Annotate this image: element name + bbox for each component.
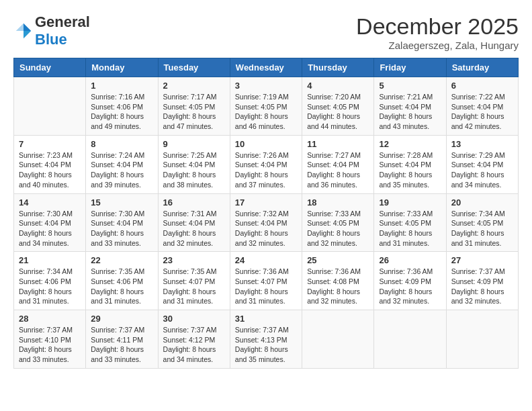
day-info: Sunrise: 7:34 AM Sunset: 4:05 PM Dayligh…	[451, 209, 513, 248]
day-info: Sunrise: 7:20 AM Sunset: 4:05 PM Dayligh…	[307, 92, 369, 132]
week-row-5: 28Sunrise: 7:37 AM Sunset: 4:10 PM Dayli…	[14, 310, 519, 369]
day-number: 29	[91, 314, 152, 324]
calendar-cell	[446, 310, 518, 369]
header-saturday: Saturday	[446, 58, 518, 77]
calendar-cell: 10Sunrise: 7:26 AM Sunset: 4:04 PM Dayli…	[230, 135, 302, 193]
day-info: Sunrise: 7:16 AM Sunset: 4:06 PM Dayligh…	[91, 92, 152, 132]
day-number: 22	[91, 255, 152, 265]
calendar-cell: 22Sunrise: 7:35 AM Sunset: 4:06 PM Dayli…	[86, 252, 158, 310]
header-friday: Friday	[374, 58, 446, 77]
day-number: 24	[235, 255, 297, 265]
week-row-3: 14Sunrise: 7:30 AM Sunset: 4:04 PM Dayli…	[14, 193, 519, 252]
month-title: December 2025	[356, 13, 519, 40]
calendar-cell: 16Sunrise: 7:31 AM Sunset: 4:04 PM Dayli…	[158, 193, 230, 252]
calendar-cell: 1Sunrise: 7:16 AM Sunset: 4:06 PM Daylig…	[86, 77, 158, 136]
calendar-cell	[14, 77, 86, 136]
day-number: 14	[19, 197, 81, 208]
calendar-cell: 5Sunrise: 7:21 AM Sunset: 4:04 PM Daylig…	[374, 77, 446, 136]
day-number: 13	[451, 139, 513, 149]
day-number: 1	[91, 81, 152, 91]
day-info: Sunrise: 7:30 AM Sunset: 4:04 PM Dayligh…	[19, 209, 81, 248]
day-number: 26	[379, 255, 441, 265]
week-row-4: 21Sunrise: 7:34 AM Sunset: 4:06 PM Dayli…	[14, 252, 519, 310]
calendar-cell: 15Sunrise: 7:30 AM Sunset: 4:04 PM Dayli…	[86, 193, 158, 252]
day-info: Sunrise: 7:24 AM Sunset: 4:04 PM Dayligh…	[91, 150, 152, 190]
day-number: 5	[379, 81, 441, 91]
calendar-cell: 2Sunrise: 7:17 AM Sunset: 4:05 PM Daylig…	[158, 77, 230, 136]
day-info: Sunrise: 7:37 AM Sunset: 4:10 PM Dayligh…	[19, 325, 81, 365]
day-info: Sunrise: 7:17 AM Sunset: 4:05 PM Dayligh…	[163, 92, 225, 132]
day-info: Sunrise: 7:19 AM Sunset: 4:05 PM Dayligh…	[235, 92, 297, 132]
day-number: 21	[19, 255, 81, 265]
day-info: Sunrise: 7:21 AM Sunset: 4:04 PM Dayligh…	[379, 92, 441, 132]
calendar-cell: 26Sunrise: 7:36 AM Sunset: 4:09 PM Dayli…	[374, 252, 446, 310]
day-number: 2	[163, 81, 225, 91]
day-info: Sunrise: 7:31 AM Sunset: 4:04 PM Dayligh…	[163, 209, 225, 248]
calendar-cell: 8Sunrise: 7:24 AM Sunset: 4:04 PM Daylig…	[86, 135, 158, 193]
calendar-table: SundayMondayTuesdayWednesdayThursdayFrid…	[13, 58, 519, 369]
svg-marker-2	[16, 24, 24, 31]
logo-blue: Blue	[35, 31, 67, 48]
calendar-cell: 13Sunrise: 7:29 AM Sunset: 4:04 PM Dayli…	[446, 135, 518, 193]
day-info: Sunrise: 7:32 AM Sunset: 4:04 PM Dayligh…	[235, 209, 297, 248]
calendar-cell: 9Sunrise: 7:25 AM Sunset: 4:04 PM Daylig…	[158, 135, 230, 193]
day-number: 3	[235, 81, 297, 91]
day-info: Sunrise: 7:25 AM Sunset: 4:04 PM Dayligh…	[163, 150, 225, 190]
day-info: Sunrise: 7:35 AM Sunset: 4:06 PM Dayligh…	[91, 267, 152, 306]
day-number: 4	[307, 81, 369, 91]
day-number: 7	[19, 139, 81, 149]
header-sunday: Sunday	[14, 58, 86, 77]
calendar-cell: 11Sunrise: 7:27 AM Sunset: 4:04 PM Dayli…	[302, 135, 374, 193]
day-info: Sunrise: 7:36 AM Sunset: 4:07 PM Dayligh…	[235, 267, 297, 306]
day-info: Sunrise: 7:27 AM Sunset: 4:04 PM Dayligh…	[307, 150, 369, 190]
location-title: Zalaegerszeg, Zala, Hungary	[356, 40, 519, 51]
day-number: 25	[307, 255, 369, 265]
day-number: 16	[163, 197, 225, 208]
day-info: Sunrise: 7:37 AM Sunset: 4:13 PM Dayligh…	[235, 325, 297, 365]
calendar-cell: 7Sunrise: 7:23 AM Sunset: 4:04 PM Daylig…	[14, 135, 86, 193]
day-info: Sunrise: 7:36 AM Sunset: 4:09 PM Dayligh…	[379, 267, 441, 306]
logo-general: General	[35, 13, 90, 30]
day-number: 6	[451, 81, 513, 91]
calendar-cell: 4Sunrise: 7:20 AM Sunset: 4:05 PM Daylig…	[302, 77, 374, 136]
day-number: 30	[163, 314, 225, 324]
day-number: 20	[451, 197, 513, 208]
calendar-cell: 20Sunrise: 7:34 AM Sunset: 4:05 PM Dayli…	[446, 193, 518, 252]
day-info: Sunrise: 7:29 AM Sunset: 4:04 PM Dayligh…	[451, 150, 513, 190]
calendar-cell: 25Sunrise: 7:36 AM Sunset: 4:08 PM Dayli…	[302, 252, 374, 310]
header-tuesday: Tuesday	[158, 58, 230, 77]
day-number: 8	[91, 139, 152, 149]
header-monday: Monday	[86, 58, 158, 77]
day-number: 12	[379, 139, 441, 149]
calendar-cell: 28Sunrise: 7:37 AM Sunset: 4:10 PM Dayli…	[14, 310, 86, 369]
day-info: Sunrise: 7:35 AM Sunset: 4:07 PM Dayligh…	[163, 267, 225, 306]
day-info: Sunrise: 7:33 AM Sunset: 4:05 PM Dayligh…	[307, 209, 369, 248]
calendar-cell: 12Sunrise: 7:28 AM Sunset: 4:04 PM Dayli…	[374, 135, 446, 193]
day-info: Sunrise: 7:33 AM Sunset: 4:05 PM Dayligh…	[379, 209, 441, 248]
title-area: December 2025 Zalaegerszeg, Zala, Hungar…	[356, 13, 519, 51]
day-info: Sunrise: 7:23 AM Sunset: 4:04 PM Dayligh…	[19, 150, 81, 190]
calendar-cell: 14Sunrise: 7:30 AM Sunset: 4:04 PM Dayli…	[14, 193, 86, 252]
calendar-cell: 21Sunrise: 7:34 AM Sunset: 4:06 PM Dayli…	[14, 252, 86, 310]
calendar-cell: 3Sunrise: 7:19 AM Sunset: 4:05 PM Daylig…	[230, 77, 302, 136]
day-info: Sunrise: 7:22 AM Sunset: 4:04 PM Dayligh…	[451, 92, 513, 132]
day-number: 27	[451, 255, 513, 265]
svg-marker-1	[24, 31, 31, 38]
calendar-cell: 19Sunrise: 7:33 AM Sunset: 4:05 PM Dayli…	[374, 193, 446, 252]
day-number: 28	[19, 314, 81, 324]
day-info: Sunrise: 7:30 AM Sunset: 4:04 PM Dayligh…	[91, 209, 152, 248]
week-row-1: 1Sunrise: 7:16 AM Sunset: 4:06 PM Daylig…	[14, 77, 519, 136]
day-info: Sunrise: 7:36 AM Sunset: 4:08 PM Dayligh…	[307, 267, 369, 306]
day-info: Sunrise: 7:26 AM Sunset: 4:04 PM Dayligh…	[235, 150, 297, 190]
day-number: 15	[91, 197, 152, 208]
calendar-cell: 6Sunrise: 7:22 AM Sunset: 4:04 PM Daylig…	[446, 77, 518, 136]
week-row-2: 7Sunrise: 7:23 AM Sunset: 4:04 PM Daylig…	[14, 135, 519, 193]
calendar-cell: 24Sunrise: 7:36 AM Sunset: 4:07 PM Dayli…	[230, 252, 302, 310]
day-info: Sunrise: 7:28 AM Sunset: 4:04 PM Dayligh…	[379, 150, 441, 190]
calendar-cell: 30Sunrise: 7:37 AM Sunset: 4:12 PM Dayli…	[158, 310, 230, 369]
day-number: 31	[235, 314, 297, 324]
calendar-cell: 29Sunrise: 7:37 AM Sunset: 4:11 PM Dayli…	[86, 310, 158, 369]
day-number: 10	[235, 139, 297, 149]
calendar-cell: 23Sunrise: 7:35 AM Sunset: 4:07 PM Dayli…	[158, 252, 230, 310]
day-number: 19	[379, 197, 441, 208]
